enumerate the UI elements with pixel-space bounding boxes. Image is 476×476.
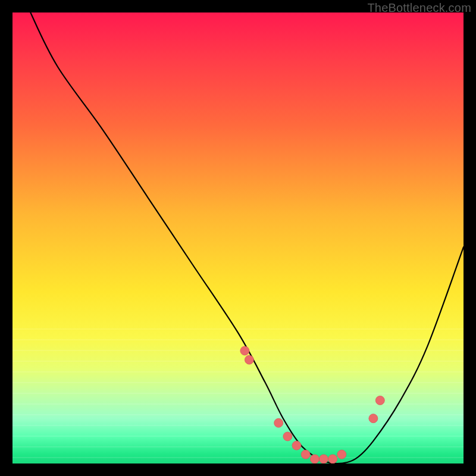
chart-gradient-background	[12, 12, 464, 464]
chart-frame	[12, 12, 464, 464]
attribution-label: TheBottleneck.com	[367, 1, 471, 15]
